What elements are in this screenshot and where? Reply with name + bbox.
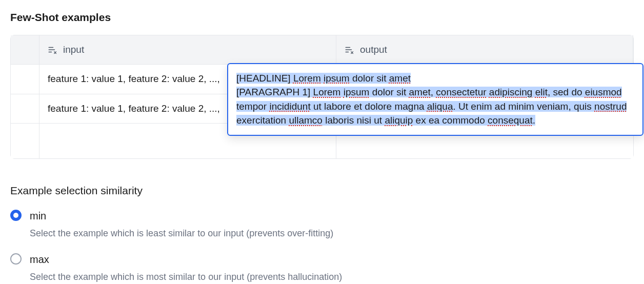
text-column-icon [48,45,57,54]
radio-input[interactable] [10,210,22,221]
text-column-icon [345,45,354,54]
table-bottom-spacer [39,151,336,158]
row-number-header [11,35,39,65]
column-header-label: output [360,43,387,57]
radio-label: max [30,252,342,267]
radio-input[interactable] [10,253,22,265]
editor-text[interactable]: [PARAGRAPH 1] Lorem ipsum dolor sit amet… [236,87,627,126]
section-title-fewshot: Few-Shot examples [10,9,634,26]
cell-editor-popup[interactable]: [HEADLINE] Lorem ipsum dolor sit amet [P… [227,63,643,136]
column-header-label: input [63,43,84,57]
radio-description: Select the example which is least simila… [30,227,333,240]
row-number-cell[interactable] [11,65,39,94]
table-bottom-spacer [336,151,633,158]
row-number-cell[interactable] [11,124,39,151]
column-header-output[interactable]: output [336,35,633,65]
row-number-cell[interactable] [11,94,39,124]
fewshot-table: input output feature 1: value 1, feature… [10,35,634,159]
radio-description: Select the example which is most similar… [30,270,342,284]
column-header-input[interactable]: input [39,35,336,65]
radio-option-min[interactable]: min Select the example which is least si… [10,208,634,240]
heading-example-selection-similarity: Example selection similarity [10,182,634,199]
table-bottom-spacer [11,151,39,158]
radio-label: min [30,208,333,224]
radio-option-max[interactable]: max Select the example which is most sim… [10,252,634,284]
editor-text[interactable]: [HEADLINE] Lorem ipsum dolor sit amet [236,73,411,84]
